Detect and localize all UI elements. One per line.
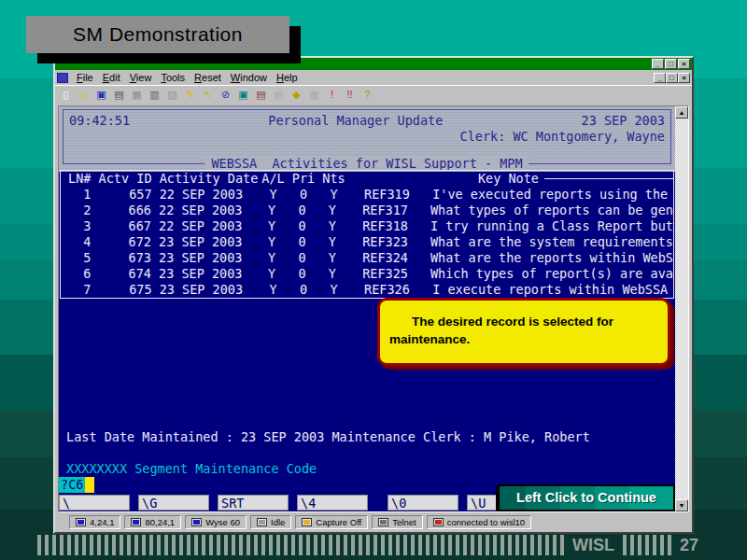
print-capture-icon[interactable]: ▤	[253, 88, 269, 103]
table-body: 1 657 22 SEP 2003 Y 0 Y REF319 I've exec…	[61, 187, 673, 298]
mdi-minimize-icon[interactable]: _	[654, 73, 666, 83]
lock-icon[interactable]: ◆	[289, 88, 304, 103]
stop-macro-icon[interactable]: !!	[342, 88, 358, 103]
maintenance-info: Last Date Maintained : 23 SEP 2003 Maint…	[66, 429, 590, 445]
col-header-pri: Pri	[289, 171, 319, 187]
command-value[interactable]: ?C6	[59, 477, 85, 493]
segment-maintenance-label: XXXXXXXX Segment Maintenance Code	[66, 461, 317, 477]
status-segment: 80,24,1	[124, 515, 181, 529]
app-icon[interactable]	[57, 73, 68, 83]
slide-footer: WISL 27	[37, 535, 698, 555]
header-line-1: 09:42:51 Personal Manager Update 23 SEP …	[63, 110, 670, 129]
command-line[interactable]: ?C6	[59, 477, 94, 493]
menu-item[interactable]: View	[125, 72, 157, 83]
open-session-icon[interactable]: ↖	[200, 88, 216, 103]
activity-row[interactable]: 4 672 23 SEP 2003 Y 0 Y REF323 What are …	[61, 234, 673, 250]
activity-row[interactable]: 6 674 23 SEP 2003 Y 0 Y REF325 Which typ…	[61, 266, 673, 282]
keynote-label: Key Note	[478, 171, 539, 187]
col-header-key-note: Key Note	[349, 171, 673, 187]
activity-row[interactable]: 7 675 23 SEP 2003 Y 0 Y REF326 I execute…	[61, 282, 673, 298]
print-icon[interactable]: ▤	[111, 88, 127, 103]
status-segment: Idle	[250, 515, 291, 529]
scroll-up-icon[interactable]: ▲	[675, 106, 688, 119]
printer-status-icon	[257, 518, 267, 526]
terminal-icon[interactable]: ▣	[235, 88, 251, 103]
slide-title: SM Demonstration	[73, 23, 243, 46]
status-segment: Wyse 60	[185, 515, 247, 529]
mdi-restore-icon[interactable]: □	[666, 73, 678, 83]
field-input[interactable]: \	[59, 495, 130, 511]
menu-item[interactable]: Reset	[190, 72, 226, 83]
capture-status-icon	[302, 518, 312, 526]
screen-title: Personal Manager Update	[268, 113, 443, 129]
toolbar: ▯ ▭ ▣ ▤ ▦ ▥	[55, 85, 692, 104]
field-input[interactable]: SRT	[218, 495, 289, 511]
mdi-close-icon[interactable]: ×	[678, 73, 690, 83]
col-header-al: A/L	[258, 171, 289, 187]
vertical-scrollbar[interactable]: ▲ ▼	[675, 106, 688, 511]
callout-line-2: maintenance.	[380, 330, 668, 348]
scroll-down-icon[interactable]: ▼	[675, 499, 688, 511]
activity-row[interactable]: 3 667 22 SEP 2003 Y 0 Y REF318 I try run…	[61, 218, 673, 234]
edit-session-icon[interactable]: ✎	[182, 88, 198, 103]
connection-status-icon	[433, 518, 444, 526]
window-titlebar: _ □ ×	[55, 58, 692, 70]
col-header-activity-date: Activity Date	[152, 171, 259, 187]
page-number: 27	[680, 536, 698, 555]
font-icon[interactable]: ▦	[129, 88, 145, 103]
disconnect-icon[interactable]: ⊘	[218, 88, 233, 103]
field-input[interactable]: \0	[388, 495, 458, 511]
restore-icon[interactable]: □	[665, 59, 677, 69]
terminal-header-panel: 09:42:51 Personal Manager Update 23 SEP …	[59, 106, 675, 172]
menu-item[interactable]: Window	[226, 72, 272, 83]
footer-bars-right	[623, 535, 671, 555]
field-input[interactable]: \4	[297, 495, 368, 511]
terminal-frame: 09:42:51 Personal Manager Update 23 SEP …	[58, 105, 689, 512]
run-macro-icon[interactable]: !	[324, 88, 340, 103]
status-bar: 4,24,1 80,24,1 Wyse 60 Idle	[58, 514, 689, 530]
keynote-dash	[544, 178, 673, 179]
save-icon[interactable]: ▣	[93, 88, 109, 103]
terminal-window: _ □ × _ □ × File Edit View Tools Reset W…	[53, 56, 694, 534]
continue-button[interactable]: Left Click to Continue	[498, 484, 675, 511]
connection-type-icon	[378, 518, 388, 526]
annotation-callout: The desired record is selected for maint…	[377, 298, 670, 366]
activity-row[interactable]: 1 657 22 SEP 2003 Y 0 Y REF319 I've exec…	[61, 187, 673, 203]
screen-size-icon	[131, 518, 141, 526]
status-segment: Telnet	[372, 515, 422, 529]
function-fields: \ \G SRT \4 \0 \U	[59, 495, 538, 511]
help-icon[interactable]: ?	[359, 88, 375, 103]
footer-bars-left	[37, 535, 564, 555]
status-segment: connected to wisl10	[427, 515, 531, 529]
menu-item[interactable]: File	[72, 72, 98, 83]
menu-item[interactable]: Tools	[156, 72, 190, 83]
slide: SM Demonstration _ □ × _ □ × File Edit V…	[0, 0, 747, 560]
copy-icon[interactable]: ▥	[147, 88, 162, 103]
field-input[interactable]: \G	[138, 495, 209, 511]
open-folder-icon[interactable]: ▭	[76, 88, 92, 103]
terminal-screen: 09:42:51 Personal Manager Update 23 SEP …	[59, 106, 675, 511]
col-header-nts: Nts	[318, 171, 349, 187]
settings-icon[interactable]: ▦	[306, 88, 322, 103]
activity-row[interactable]: 5 673 23 SEP 2003 Y 0 Y REF324 What are …	[61, 250, 673, 266]
activities-table: LN# Actv ID Activity Date A/L Pri Nts Ke…	[60, 170, 674, 299]
activity-row[interactable]: 2 666 22 SEP 2003 Y 0 Y REF317 What type…	[61, 203, 673, 218]
minimize-icon[interactable]: _	[652, 59, 664, 69]
clerk-line: Clerk: WC Montgomery, Wayne	[63, 129, 670, 145]
col-header-ln: LN#	[61, 171, 92, 187]
menu-item[interactable]: Edit	[98, 72, 125, 83]
callout-line-1: The desired record is selected for	[380, 313, 668, 330]
terminal-type-icon	[191, 518, 202, 526]
col-header-actv-id: Actv ID	[92, 171, 152, 187]
new-document-icon[interactable]: ▯	[58, 88, 74, 103]
status-segment: Capture Off	[295, 515, 368, 529]
slide-title-box: SM Demonstration	[26, 16, 289, 53]
menu-item[interactable]: Help	[272, 72, 303, 83]
screen-banner: WEBSSA Activities for WISL Support - MPM	[204, 156, 529, 172]
print-off-icon[interactable]: ▤	[271, 88, 287, 103]
terminal-header-box: 09:42:51 Personal Manager Update 23 SEP …	[63, 109, 671, 164]
close-icon[interactable]: ×	[678, 59, 690, 69]
table-header-row: LN# Actv ID Activity Date A/L Pri Nts Ke…	[61, 171, 673, 187]
paste-icon[interactable]: ▧	[164, 88, 180, 103]
text-cursor	[85, 477, 94, 493]
